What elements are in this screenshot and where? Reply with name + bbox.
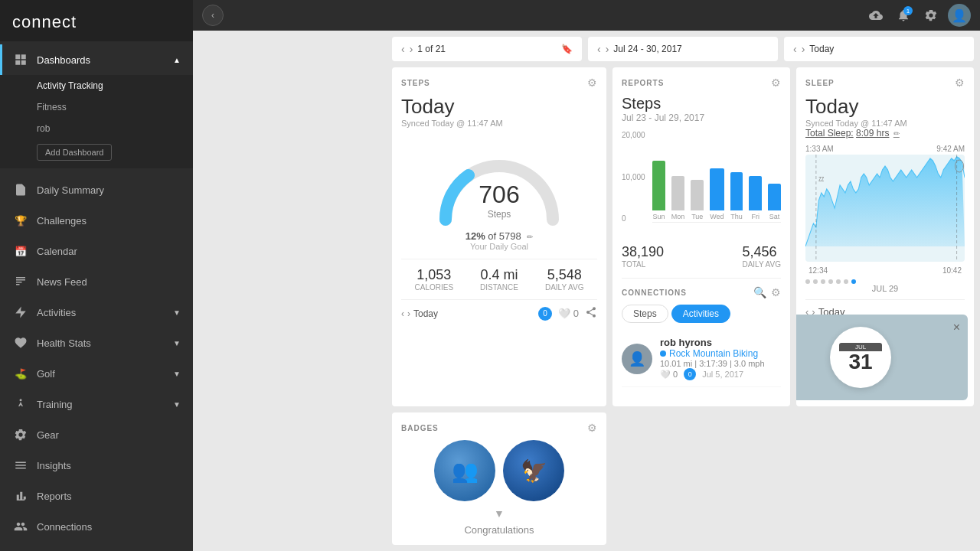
steps-share-icon[interactable] <box>585 306 597 321</box>
connections-search-icon[interactable]: 🔍 <box>753 286 766 298</box>
steps-footer-actions: 0 🤍 0 <box>538 306 597 321</box>
badges-card-settings-icon[interactable]: ⚙ <box>587 422 597 434</box>
settings-icon[interactable] <box>920 5 942 26</box>
steps-heart-icon[interactable]: 🤍 0 <box>558 308 579 319</box>
tab-activities[interactable]: Activities <box>671 305 730 323</box>
prev-week-arrow[interactable]: ‹ <box>597 43 601 55</box>
user-avatar[interactable]: 👤 <box>948 4 971 27</box>
reports-total-item: 38,190 Total <box>622 244 664 269</box>
distance-value: 0.4 mi <box>480 267 518 283</box>
main-content: ‹ › 1 of 21 🔖 ‹ › Jul 24 - 30, 2017 ‹ › … <box>386 31 980 551</box>
prev-dashboard-arrow[interactable]: ‹ <box>401 43 405 55</box>
sleep-card-settings-icon[interactable]: ⚙ <box>955 77 965 89</box>
notification-badge: 1 <box>903 6 913 15</box>
nav-item-golf[interactable]: ⛳ Golf ▼ <box>0 358 193 389</box>
steps-prev-arrow[interactable]: ‹ <box>401 308 404 319</box>
dashboards-chevron: ▲ <box>173 56 181 64</box>
connection-activity: Rock Mountain Biking <box>660 348 781 359</box>
badge-item-1[interactable]: 👥 <box>434 440 495 501</box>
challenges-icon: 🏆 <box>12 212 29 229</box>
sub-item-fitness[interactable]: Fitness <box>0 96 193 118</box>
connections-tabs: Steps Activities <box>622 305 781 323</box>
notifications-icon[interactable]: 1 <box>893 5 914 26</box>
dashboard-nav-row: ‹ › 1 of 21 🔖 ‹ › Jul 24 - 30, 2017 ‹ › … <box>392 37 974 61</box>
sidebar-header: connect <box>0 0 193 41</box>
dashboard-nav-1: ‹ › 1 of 21 🔖 <box>392 37 582 61</box>
insights-icon <box>12 457 29 474</box>
health-stats-label: Health Stats <box>37 337 173 349</box>
steps-date: Today <box>401 95 597 119</box>
sleep-edit-icon[interactable]: ✏ <box>893 129 900 138</box>
tab-steps[interactable]: Steps <box>622 305 668 323</box>
nav-item-reports[interactable]: Reports <box>0 481 193 511</box>
bookmark-icon[interactable]: 🔖 <box>561 44 573 54</box>
nav-item-calendar[interactable]: 📅 Calendar <box>0 236 193 266</box>
badge-scroll-down-arrow[interactable]: ▼ <box>494 507 505 520</box>
calories-stat: 1,053 Calories <box>415 267 454 292</box>
steps-card-settings-icon[interactable]: ⚙ <box>587 77 597 89</box>
steps-next-arrow[interactable]: › <box>407 308 410 319</box>
sleep-chart: zz <box>805 155 965 262</box>
nav-item-training[interactable]: Training ▼ <box>0 389 193 419</box>
gear-label: Gear <box>37 429 181 441</box>
bar-fri: Fri <box>749 176 762 220</box>
next-today-arrow[interactable]: › <box>802 43 805 55</box>
steps-comments-badge[interactable]: 0 <box>538 307 552 321</box>
sleep-start-time: 1:33 AM <box>805 145 834 153</box>
nav-item-dashboards[interactable]: Dashboards ▲ <box>0 44 193 75</box>
next-week-arrow[interactable]: › <box>606 43 609 55</box>
nav-item-connections[interactable]: Connections <box>0 511 193 542</box>
sub-item-rob[interactable]: rob <box>0 118 193 139</box>
nav-item-challenges[interactable]: 🏆 Challenges <box>0 205 193 236</box>
connection-avatar: 👤 <box>622 344 652 374</box>
popup-close-button[interactable]: × <box>953 321 960 334</box>
bar-sat: Sat <box>768 184 781 220</box>
collapse-sidebar-button[interactable]: ‹ <box>202 5 224 26</box>
daily-avg-value: 5,548 <box>545 267 584 283</box>
next-dashboard-arrow[interactable]: › <box>410 43 413 55</box>
nav-item-insights[interactable]: Insights <box>0 450 193 481</box>
calories-label: Calories <box>415 283 454 292</box>
reports-card-settings-icon[interactable]: ⚙ <box>771 77 781 89</box>
connections-settings-icon[interactable]: ⚙ <box>771 286 781 298</box>
bar-mon-value <box>671 176 685 210</box>
connection-name: rob hyrons <box>660 337 781 348</box>
badge-item-2[interactable]: 🦅 <box>503 440 564 501</box>
bar-wed: Wed <box>710 168 724 220</box>
add-dashboard-button[interactable]: Add Dashboard <box>37 144 112 161</box>
reports-avg-item: 5,456 Daily Avg <box>742 244 781 269</box>
sleep-chart-svg: zz <box>805 155 965 262</box>
dashboards-sub-items: Activity Tracking Fitness rob Add Dashbo… <box>0 75 193 168</box>
nav-item-activities[interactable]: Activities ▼ <box>0 297 193 328</box>
activity-link[interactable]: Rock Mountain Biking <box>669 348 758 359</box>
bar-tue-value <box>691 180 704 210</box>
nav-item-groups[interactable]: Groups <box>0 542 193 551</box>
news-feed-label: News Feed <box>37 276 181 288</box>
upload-icon[interactable] <box>865 5 887 26</box>
steps-today-label[interactable]: Today <box>413 308 438 319</box>
prev-today-arrow[interactable]: ‹ <box>793 43 797 55</box>
conn-badge[interactable]: 0 <box>684 368 696 380</box>
calendar-label: Calendar <box>37 246 181 257</box>
nav-item-news-feed[interactable]: News Feed <box>0 266 193 297</box>
badge-icon-2: 🦅 <box>521 458 547 484</box>
sleep-card-header: SLEEP ⚙ <box>805 77 965 89</box>
golf-label: Golf <box>37 368 173 380</box>
bar-wed-label: Wed <box>710 213 724 220</box>
steps-unit: Steps <box>479 209 519 220</box>
dashboards-label: Dashboards <box>37 54 173 66</box>
sleep-right-time: 10:42 <box>942 266 962 275</box>
connections-section-header: CONNECTIONS 🔍 ⚙ <box>622 286 781 298</box>
reports-avg-value: 5,456 <box>742 244 781 260</box>
bottom-row: BADGES ⚙ 👥 🦅 ▼ Congratulations <box>392 412 974 545</box>
sleep-date: Today <box>805 95 965 119</box>
sub-item-activity-tracking[interactable]: Activity Tracking <box>0 75 193 96</box>
popup-cal-day: 31 <box>848 351 872 373</box>
logo: connect <box>12 12 77 32</box>
nav-item-daily-summary[interactable]: Daily Summary <box>0 174 193 205</box>
reports-avg-label: Daily Avg <box>742 260 781 269</box>
conn-heart-icon[interactable]: 🤍 0 <box>660 370 678 380</box>
nav-item-health-stats[interactable]: Health Stats ▼ <box>0 328 193 358</box>
connections-title: CONNECTIONS <box>622 289 687 297</box>
nav-item-gear[interactable]: Gear <box>0 419 193 450</box>
